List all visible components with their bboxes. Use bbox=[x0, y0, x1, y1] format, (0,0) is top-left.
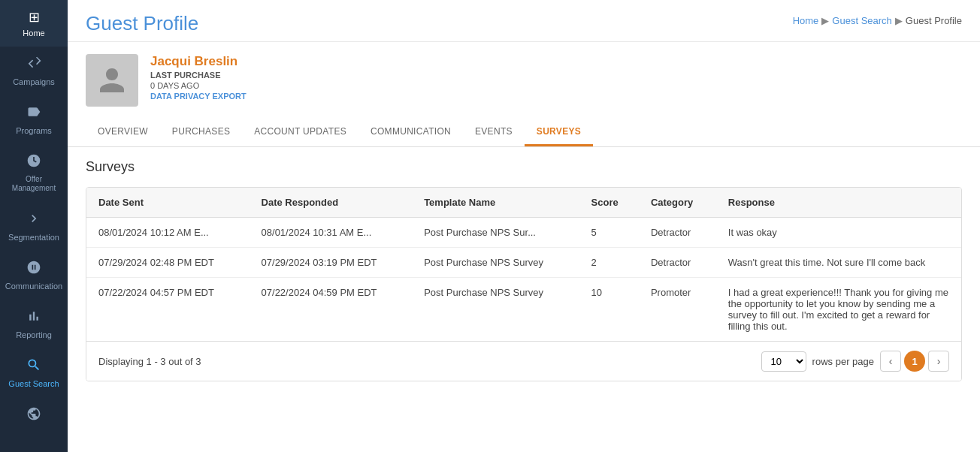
cell-response: Wasn't great this time. Not sure I'll co… bbox=[716, 248, 961, 278]
breadcrumb: Home ▶ Guest Search ▶ Guest Profile bbox=[793, 15, 962, 26]
table-row: 08/01/2024 10:12 AM E...08/01/2024 10:31… bbox=[86, 218, 961, 248]
guest-name: Jacqui Breslin bbox=[150, 54, 247, 69]
sidebar-item-reporting-label: Reporting bbox=[16, 330, 52, 339]
cell-score: 2 bbox=[579, 248, 639, 278]
breadcrumb-sep-2: ▶ bbox=[895, 15, 903, 26]
cell-score: 5 bbox=[579, 218, 639, 248]
cell-date_sent: 07/22/2024 04:57 PM EDT bbox=[86, 278, 250, 342]
guest-search-icon bbox=[26, 357, 41, 376]
cell-date_sent: 07/29/2024 02:48 PM EDT bbox=[86, 248, 250, 278]
rows-per-page-label: rows per page bbox=[812, 356, 874, 367]
extra-icon bbox=[26, 406, 41, 425]
cell-response: It was okay bbox=[716, 218, 961, 248]
data-privacy-link[interactable]: DATA PRIVACY EXPORT bbox=[150, 92, 247, 101]
tab-surveys[interactable]: SURVEYS bbox=[525, 119, 593, 146]
surveys-content: Surveys Date Sent Date Responded Templat… bbox=[68, 147, 980, 452]
communication-icon bbox=[26, 260, 41, 279]
campaigns-icon bbox=[26, 56, 41, 74]
cell-category: Promoter bbox=[639, 278, 716, 342]
sidebar-item-segmentation[interactable]: Segmentation bbox=[0, 202, 68, 251]
sidebar-item-guest-search[interactable]: Guest Search bbox=[0, 348, 68, 397]
col-date-responded: Date Responded bbox=[250, 188, 413, 218]
tab-communication[interactable]: COMMUNICATION bbox=[358, 119, 463, 146]
reporting-icon bbox=[26, 309, 41, 327]
sidebar-item-home[interactable]: ⊞ Home bbox=[0, 0, 68, 47]
breadcrumb-home[interactable]: Home bbox=[793, 15, 819, 26]
next-page-button[interactable]: › bbox=[928, 351, 949, 372]
breadcrumb-parent[interactable]: Guest Search bbox=[832, 15, 892, 26]
cell-date_sent: 08/01/2024 10:12 AM E... bbox=[86, 218, 250, 248]
tab-purchases[interactable]: PURCHASES bbox=[160, 119, 242, 146]
cell-template_name: Post Purchase NPS Survey bbox=[412, 278, 579, 342]
programs-icon bbox=[26, 104, 41, 123]
surveys-table: Date Sent Date Responded Template Name S… bbox=[86, 188, 961, 341]
cell-date_responded: 08/01/2024 10:31 AM E... bbox=[250, 218, 413, 248]
page-navigation: ‹ 1 › bbox=[880, 351, 949, 372]
main-content: Guest Profile Home ▶ Guest Search ▶ Gues… bbox=[68, 0, 980, 452]
col-score: Score bbox=[579, 188, 639, 218]
sidebar-item-offer-management[interactable]: Offer Management bbox=[0, 144, 68, 202]
sidebar-item-communication[interactable]: Communication bbox=[0, 251, 68, 300]
avatar-icon bbox=[97, 65, 127, 95]
tab-overview[interactable]: OVERVIEW bbox=[86, 119, 160, 146]
tab-events[interactable]: EVENTS bbox=[463, 119, 525, 146]
sidebar-item-reporting[interactable]: Reporting bbox=[0, 300, 68, 348]
page-header: Guest Profile Home ▶ Guest Search ▶ Gues… bbox=[68, 0, 980, 42]
cell-template_name: Post Purchase NPS Sur... bbox=[412, 218, 579, 248]
tabs: OVERVIEW PURCHASES ACCOUNT UPDATES COMMU… bbox=[68, 119, 980, 147]
avatar bbox=[86, 54, 138, 107]
cell-date_responded: 07/29/2024 03:19 PM EDT bbox=[250, 248, 413, 278]
col-date-sent: Date Sent bbox=[86, 188, 250, 218]
profile-section: Jacqui Breslin LAST PURCHASE 0 DAYS AGO … bbox=[68, 42, 980, 119]
table-row: 07/29/2024 02:48 PM EDT07/29/2024 03:19 … bbox=[86, 248, 961, 278]
displaying-text: Displaying 1 - 3 out of 3 bbox=[98, 356, 201, 367]
cell-date_responded: 07/22/2024 04:59 PM EDT bbox=[250, 278, 413, 342]
sidebar-item-programs-label: Programs bbox=[16, 126, 52, 135]
pagination-controls: 10 25 50 100 rows per page bbox=[761, 351, 874, 372]
home-icon: ⊞ bbox=[29, 9, 40, 26]
cell-score: 10 bbox=[579, 278, 639, 342]
surveys-table-container: Date Sent Date Responded Template Name S… bbox=[86, 187, 962, 381]
days-ago: 0 DAYS AGO bbox=[150, 81, 247, 90]
sidebar-item-offer-management-label: Offer Management bbox=[3, 175, 65, 193]
page-title: Guest Profile bbox=[86, 12, 198, 35]
sidebar-item-home-label: Home bbox=[23, 29, 44, 38]
cell-category: Detractor bbox=[639, 248, 716, 278]
breadcrumb-sep-1: ▶ bbox=[821, 15, 829, 26]
sidebar-item-guest-search-label: Guest Search bbox=[8, 379, 59, 388]
last-purchase-label: LAST PURCHASE bbox=[150, 71, 247, 80]
sidebar-item-campaigns[interactable]: Campaigns bbox=[0, 47, 68, 95]
prev-page-button[interactable]: ‹ bbox=[880, 351, 901, 372]
col-template-name: Template Name bbox=[412, 188, 579, 218]
profile-info: Jacqui Breslin LAST PURCHASE 0 DAYS AGO … bbox=[150, 54, 247, 101]
sidebar-item-extra[interactable] bbox=[0, 397, 68, 434]
breadcrumb-current: Guest Profile bbox=[906, 15, 962, 26]
sidebar-item-segmentation-label: Segmentation bbox=[8, 233, 59, 242]
segmentation-icon bbox=[26, 211, 41, 230]
sidebar-item-programs[interactable]: Programs bbox=[0, 95, 68, 144]
rows-per-page-select[interactable]: 10 25 50 100 bbox=[761, 351, 806, 372]
current-page[interactable]: 1 bbox=[904, 351, 925, 372]
sidebar-item-campaigns-label: Campaigns bbox=[13, 77, 55, 86]
sidebar-item-communication-label: Communication bbox=[5, 282, 62, 291]
surveys-title: Surveys bbox=[86, 159, 962, 175]
cell-template_name: Post Purchase NPS Survey bbox=[412, 248, 579, 278]
col-category: Category bbox=[639, 188, 716, 218]
pagination: Displaying 1 - 3 out of 3 10 25 50 100 r… bbox=[86, 341, 961, 381]
col-response: Response bbox=[716, 188, 961, 218]
cell-category: Detractor bbox=[639, 218, 716, 248]
tab-account-updates[interactable]: ACCOUNT UPDATES bbox=[242, 119, 358, 146]
table-header-row: Date Sent Date Responded Template Name S… bbox=[86, 188, 961, 218]
sidebar: ⊞ Home Campaigns Programs Offer Manageme… bbox=[0, 0, 68, 452]
table-row: 07/22/2024 04:57 PM EDT07/22/2024 04:59 … bbox=[86, 278, 961, 342]
cell-response: I had a great experience!!! Thank you fo… bbox=[716, 278, 961, 342]
offer-management-icon bbox=[26, 153, 41, 172]
